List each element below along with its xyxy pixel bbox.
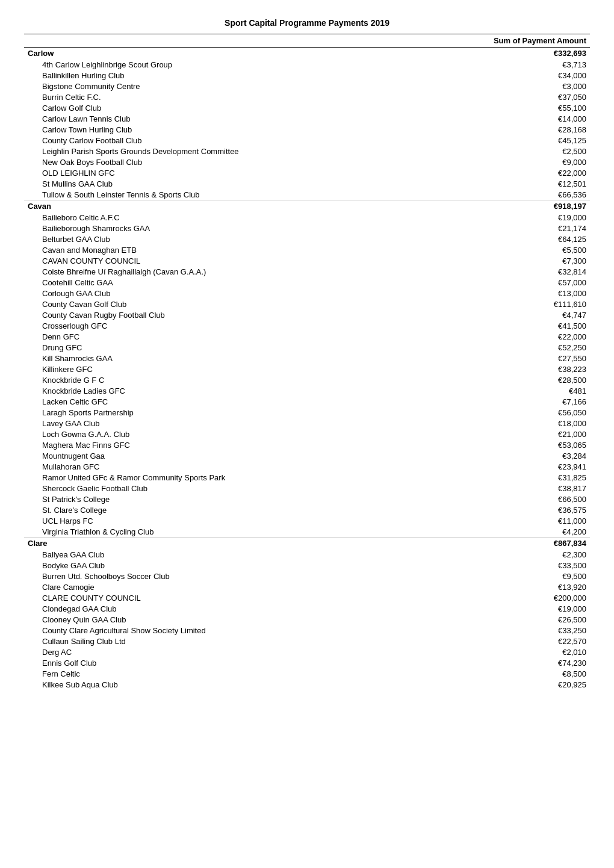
club-amount: €57,000 (412, 277, 590, 288)
club-amount: €22,000 (412, 167, 590, 178)
club-name: Lavey GAA Club (24, 418, 412, 429)
club-amount: €13,000 (412, 288, 590, 299)
club-row: Derg AC €2,010 (24, 646, 590, 657)
col-header-name (24, 34, 412, 48)
club-name: County Cavan Rugby Football Club (24, 309, 412, 320)
club-name: Bailieborough Shamrocks GAA (24, 223, 412, 234)
club-row: UCL Harps FC €11,000 (24, 515, 590, 526)
club-row: Killinkere GFC €38,223 (24, 364, 590, 374)
club-row: Kill Shamrocks GAA €27,550 (24, 353, 590, 364)
club-amount: €5,500 (412, 244, 590, 255)
club-row: Mullahoran GFC €23,941 (24, 461, 590, 472)
col-header-amount: Sum of Payment Amount (412, 34, 590, 48)
club-amount: €2,300 (412, 549, 590, 560)
club-row: Shercock Gaelic Football Club €38,817 (24, 483, 590, 494)
club-row: Cootehill Celtic GAA €57,000 (24, 277, 590, 288)
club-row: Tullow & South Leinster Tennis & Sports … (24, 189, 590, 200)
club-amount: €45,125 (412, 135, 590, 146)
page-title: Sport Capital Programme Payments 2019 (24, 18, 590, 28)
club-row: New Oak Boys Football Club €9,000 (24, 157, 590, 167)
club-name: Cavan and Monaghan ETB (24, 244, 412, 255)
club-row: Crosserlough GFC €41,500 (24, 320, 590, 331)
club-name: OLD LEIGHLIN GFC (24, 167, 412, 178)
club-amount: €7,166 (412, 396, 590, 407)
club-name: Mullahoran GFC (24, 461, 412, 472)
club-amount: €111,610 (412, 299, 590, 309)
club-row: Cavan and Monaghan ETB €5,500 (24, 244, 590, 255)
club-name: Carlow Golf Club (24, 102, 412, 113)
club-amount: €36,575 (412, 504, 590, 515)
club-row: Ennis Golf Club €74,230 (24, 657, 590, 668)
county-name: Carlow (24, 48, 412, 60)
club-amount: €55,100 (412, 102, 590, 113)
club-name: Virginia Triathlon & Cycling Club (24, 526, 412, 538)
club-row: Coiste Bhreifne Uí Raghaillaigh (Cavan G… (24, 266, 590, 277)
club-row: County Cavan Golf Club €111,610 (24, 299, 590, 309)
club-row: St. Clare's College €36,575 (24, 504, 590, 515)
club-name: Derg AC (24, 646, 412, 657)
club-amount: €21,000 (412, 429, 590, 439)
club-name: Clondegad GAA Club (24, 603, 412, 614)
club-amount: €18,000 (412, 418, 590, 429)
club-amount: €481 (412, 385, 590, 396)
club-amount: €28,500 (412, 374, 590, 385)
club-row: Leighlin Parish Sports Grounds Developme… (24, 146, 590, 157)
club-amount: €2,010 (412, 646, 590, 657)
club-row: Bigstone Community Centre €3,000 (24, 81, 590, 91)
club-row: Clooney Quin GAA Club €26,500 (24, 614, 590, 625)
county-total: €867,834 (412, 538, 590, 550)
club-row: County Cavan Rugby Football Club €4,747 (24, 309, 590, 320)
club-amount: €3,713 (412, 59, 590, 70)
club-amount: €34,000 (412, 70, 590, 81)
club-row: Cullaun Sailing Club Ltd €22,570 (24, 636, 590, 646)
club-row: Kilkee Sub Aqua Club €20,925 (24, 679, 590, 690)
club-amount: €13,920 (412, 581, 590, 592)
club-row: Burren Utd. Schoolboys Soccer Club €9,50… (24, 571, 590, 581)
club-name: Shercock Gaelic Football Club (24, 483, 412, 494)
club-name: Laragh Sports Partnership (24, 407, 412, 418)
county-row: Cavan €918,197 (24, 200, 590, 212)
club-name: County Cavan Golf Club (24, 299, 412, 309)
club-name: Kill Shamrocks GAA (24, 353, 412, 364)
club-name: CLARE COUNTY COUNCIL (24, 592, 412, 603)
club-row: Corlough GAA Club €13,000 (24, 288, 590, 299)
club-name: Kilkee Sub Aqua Club (24, 679, 412, 690)
club-name: Ennis Golf Club (24, 657, 412, 668)
club-row: Lacken Celtic GFC €7,166 (24, 396, 590, 407)
club-row: Bailieboro Celtic A.F.C €19,000 (24, 212, 590, 223)
club-amount: €19,000 (412, 603, 590, 614)
club-amount: €37,050 (412, 91, 590, 102)
club-row: 4th Carlow Leighlinbrige Scout Group €3,… (24, 59, 590, 70)
club-name: Ramor United GFc & Ramor Community Sport… (24, 472, 412, 483)
club-name: Bailieboro Celtic A.F.C (24, 212, 412, 223)
club-row: Denn GFC €22,000 (24, 331, 590, 342)
club-row: Carlow Town Hurling Club €28,168 (24, 124, 590, 135)
club-row: Carlow Lawn Tennis Club €14,000 (24, 113, 590, 124)
club-amount: €8,500 (412, 668, 590, 679)
county-total: €332,693 (412, 48, 590, 60)
club-row: Clondegad GAA Club €19,000 (24, 603, 590, 614)
club-name: New Oak Boys Football Club (24, 157, 412, 167)
club-amount: €11,000 (412, 515, 590, 526)
club-name: Bodyke GAA Club (24, 560, 412, 571)
club-amount: €56,050 (412, 407, 590, 418)
club-row: Lavey GAA Club €18,000 (24, 418, 590, 429)
club-name: Knockbride G F C (24, 374, 412, 385)
club-name: Drung GFC (24, 342, 412, 353)
club-name: Leighlin Parish Sports Grounds Developme… (24, 146, 412, 157)
club-name: Corlough GAA Club (24, 288, 412, 299)
club-amount: €22,570 (412, 636, 590, 646)
club-name: St. Clare's College (24, 504, 412, 515)
county-total: €918,197 (412, 200, 590, 212)
club-row: Mountnugent Gaa €3,284 (24, 450, 590, 461)
club-amount: €9,500 (412, 571, 590, 581)
club-row: St Mullins GAA Club €12,501 (24, 178, 590, 189)
club-amount: €38,223 (412, 364, 590, 374)
club-row: County Clare Agricultural Show Society L… (24, 625, 590, 636)
club-row: Maghera Mac Finns GFC €53,065 (24, 439, 590, 450)
club-name: Coiste Bhreifne Uí Raghaillaigh (Cavan G… (24, 266, 412, 277)
club-amount: €52,250 (412, 342, 590, 353)
club-name: Cootehill Celtic GAA (24, 277, 412, 288)
club-name: Denn GFC (24, 331, 412, 342)
club-row: Virginia Triathlon & Cycling Club €4,200 (24, 526, 590, 538)
